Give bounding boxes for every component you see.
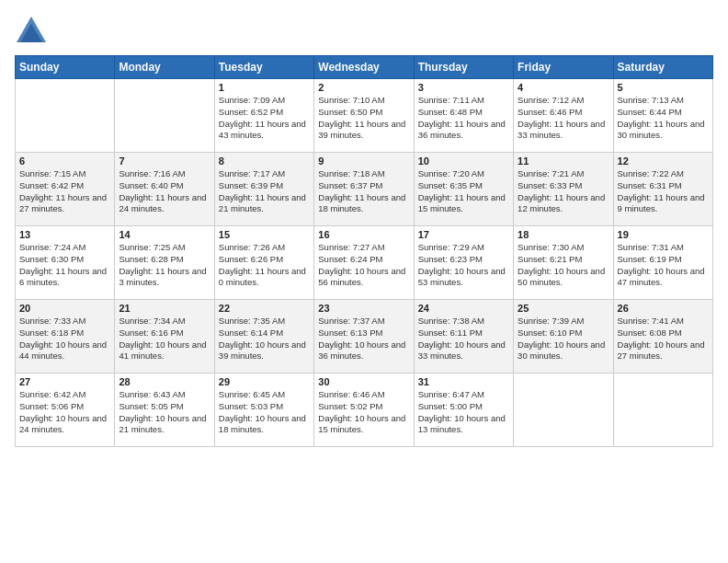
calendar-cell: 22Sunrise: 7:35 AM Sunset: 6:14 PM Dayli…	[214, 300, 313, 373]
day-number: 23	[318, 303, 409, 314]
calendar-cell: 1Sunrise: 7:09 AM Sunset: 6:52 PM Daylig…	[214, 79, 313, 153]
calendar-header: SundayMondayTuesdayWednesdayThursdayFrid…	[16, 56, 713, 79]
calendar-cell: 18Sunrise: 7:30 AM Sunset: 6:21 PM Dayli…	[514, 226, 613, 300]
day-number: 27	[19, 376, 110, 387]
calendar-cell: 10Sunrise: 7:20 AM Sunset: 6:35 PM Dayli…	[414, 153, 513, 226]
day-number: 12	[618, 155, 709, 167]
week-row-5: 27Sunrise: 6:42 AM Sunset: 5:06 PM Dayli…	[16, 373, 713, 447]
calendar-cell	[115, 79, 214, 153]
day-info: Sunrise: 7:33 AM Sunset: 6:18 PM Dayligh…	[19, 316, 110, 362]
day-info: Sunrise: 6:42 AM Sunset: 5:06 PM Dayligh…	[19, 389, 110, 436]
calendar-table: SundayMondayTuesdayWednesdayThursdayFrid…	[15, 55, 713, 447]
day-number: 29	[219, 376, 310, 387]
day-number: 14	[119, 229, 210, 240]
calendar-cell: 13Sunrise: 7:24 AM Sunset: 6:30 PM Dayli…	[16, 226, 115, 300]
logo-icon	[15, 15, 48, 48]
day-info: Sunrise: 7:39 AM Sunset: 6:10 PM Dayligh…	[518, 316, 609, 362]
day-number: 3	[418, 82, 509, 93]
calendar-cell: 30Sunrise: 6:46 AM Sunset: 5:02 PM Dayli…	[314, 373, 414, 447]
day-info: Sunrise: 7:17 AM Sunset: 6:39 PM Dayligh…	[219, 168, 310, 215]
day-info: Sunrise: 7:24 AM Sunset: 6:30 PM Dayligh…	[19, 242, 110, 289]
day-number: 31	[418, 376, 509, 387]
logo	[15, 15, 51, 48]
day-number: 13	[19, 229, 110, 240]
calendar-cell: 21Sunrise: 7:34 AM Sunset: 6:16 PM Dayli…	[115, 300, 214, 373]
calendar-cell: 27Sunrise: 6:42 AM Sunset: 5:06 PM Dayli…	[16, 373, 115, 447]
day-number: 9	[318, 155, 409, 167]
calendar-cell: 28Sunrise: 6:43 AM Sunset: 5:05 PM Dayli…	[115, 373, 214, 447]
week-row-4: 20Sunrise: 7:33 AM Sunset: 6:18 PM Dayli…	[16, 300, 713, 373]
day-info: Sunrise: 7:20 AM Sunset: 6:35 PM Dayligh…	[418, 168, 509, 215]
header-thursday: Thursday	[414, 56, 513, 79]
calendar-cell: 17Sunrise: 7:29 AM Sunset: 6:23 PM Dayli…	[414, 226, 513, 300]
day-info: Sunrise: 7:15 AM Sunset: 6:42 PM Dayligh…	[19, 168, 110, 215]
calendar-cell	[514, 373, 613, 447]
day-number: 5	[618, 82, 709, 93]
calendar-cell: 20Sunrise: 7:33 AM Sunset: 6:18 PM Dayli…	[16, 300, 115, 373]
header-sunday: Sunday	[16, 56, 115, 79]
calendar-cell: 23Sunrise: 7:37 AM Sunset: 6:13 PM Dayli…	[314, 300, 414, 373]
day-number: 22	[219, 303, 310, 314]
day-info: Sunrise: 7:38 AM Sunset: 6:11 PM Dayligh…	[418, 316, 509, 362]
day-info: Sunrise: 7:18 AM Sunset: 6:37 PM Dayligh…	[318, 168, 409, 215]
day-number: 24	[418, 303, 509, 314]
day-number: 30	[318, 376, 409, 387]
day-info: Sunrise: 7:30 AM Sunset: 6:21 PM Dayligh…	[518, 242, 609, 289]
day-number: 6	[19, 155, 110, 167]
day-info: Sunrise: 7:09 AM Sunset: 6:52 PM Dayligh…	[219, 95, 310, 142]
day-info: Sunrise: 7:12 AM Sunset: 6:46 PM Dayligh…	[518, 95, 609, 142]
day-info: Sunrise: 7:10 AM Sunset: 6:50 PM Dayligh…	[318, 95, 409, 142]
day-number: 11	[518, 155, 609, 167]
day-info: Sunrise: 7:16 AM Sunset: 6:40 PM Dayligh…	[119, 168, 210, 215]
calendar-cell: 9Sunrise: 7:18 AM Sunset: 6:37 PM Daylig…	[314, 153, 414, 226]
day-number: 16	[318, 229, 409, 240]
header-tuesday: Tuesday	[214, 56, 313, 79]
day-number: 8	[219, 155, 310, 167]
day-number: 26	[618, 303, 709, 314]
calendar-cell: 2Sunrise: 7:10 AM Sunset: 6:50 PM Daylig…	[314, 79, 414, 153]
calendar-cell: 31Sunrise: 6:47 AM Sunset: 5:00 PM Dayli…	[414, 373, 513, 447]
day-number: 28	[119, 376, 210, 387]
day-number: 19	[618, 229, 709, 240]
day-info: Sunrise: 7:25 AM Sunset: 6:28 PM Dayligh…	[119, 242, 210, 289]
day-info: Sunrise: 6:45 AM Sunset: 5:03 PM Dayligh…	[219, 389, 310, 436]
day-info: Sunrise: 6:43 AM Sunset: 5:05 PM Dayligh…	[119, 389, 210, 436]
calendar-cell: 7Sunrise: 7:16 AM Sunset: 6:40 PM Daylig…	[115, 153, 214, 226]
day-info: Sunrise: 7:34 AM Sunset: 6:16 PM Dayligh…	[119, 316, 210, 362]
calendar-cell: 6Sunrise: 7:15 AM Sunset: 6:42 PM Daylig…	[16, 153, 115, 226]
day-number: 18	[518, 229, 609, 240]
week-row-2: 6Sunrise: 7:15 AM Sunset: 6:42 PM Daylig…	[16, 153, 713, 226]
day-info: Sunrise: 7:26 AM Sunset: 6:26 PM Dayligh…	[219, 242, 310, 289]
day-info: Sunrise: 7:21 AM Sunset: 6:33 PM Dayligh…	[518, 168, 609, 215]
header-wednesday: Wednesday	[314, 56, 414, 79]
calendar-cell: 25Sunrise: 7:39 AM Sunset: 6:10 PM Dayli…	[514, 300, 613, 373]
header-monday: Monday	[115, 56, 214, 79]
calendar-cell: 29Sunrise: 6:45 AM Sunset: 5:03 PM Dayli…	[214, 373, 313, 447]
calendar-cell: 14Sunrise: 7:25 AM Sunset: 6:28 PM Dayli…	[115, 226, 214, 300]
calendar-cell: 5Sunrise: 7:13 AM Sunset: 6:44 PM Daylig…	[613, 79, 712, 153]
calendar-cell: 11Sunrise: 7:21 AM Sunset: 6:33 PM Dayli…	[514, 153, 613, 226]
day-number: 4	[518, 82, 609, 93]
calendar-cell: 4Sunrise: 7:12 AM Sunset: 6:46 PM Daylig…	[514, 79, 613, 153]
week-row-3: 13Sunrise: 7:24 AM Sunset: 6:30 PM Dayli…	[16, 226, 713, 300]
day-info: Sunrise: 6:47 AM Sunset: 5:00 PM Dayligh…	[418, 389, 509, 436]
day-number: 21	[119, 303, 210, 314]
calendar-cell: 8Sunrise: 7:17 AM Sunset: 6:39 PM Daylig…	[214, 153, 313, 226]
calendar-body: 1Sunrise: 7:09 AM Sunset: 6:52 PM Daylig…	[16, 79, 713, 447]
day-info: Sunrise: 7:37 AM Sunset: 6:13 PM Dayligh…	[318, 316, 409, 362]
day-number: 2	[318, 82, 409, 93]
header-friday: Friday	[514, 56, 613, 79]
day-info: Sunrise: 7:22 AM Sunset: 6:31 PM Dayligh…	[618, 168, 709, 215]
header-row: SundayMondayTuesdayWednesdayThursdayFrid…	[16, 56, 713, 79]
day-number: 17	[418, 229, 509, 240]
page-header	[15, 15, 713, 48]
calendar-cell: 16Sunrise: 7:27 AM Sunset: 6:24 PM Dayli…	[314, 226, 414, 300]
calendar-cell	[16, 79, 115, 153]
day-number: 25	[518, 303, 609, 314]
week-row-1: 1Sunrise: 7:09 AM Sunset: 6:52 PM Daylig…	[16, 79, 713, 153]
day-info: Sunrise: 7:13 AM Sunset: 6:44 PM Dayligh…	[618, 95, 709, 142]
day-info: Sunrise: 7:35 AM Sunset: 6:14 PM Dayligh…	[219, 316, 310, 362]
calendar-cell: 19Sunrise: 7:31 AM Sunset: 6:19 PM Dayli…	[613, 226, 712, 300]
calendar-cell: 15Sunrise: 7:26 AM Sunset: 6:26 PM Dayli…	[214, 226, 313, 300]
header-saturday: Saturday	[613, 56, 712, 79]
